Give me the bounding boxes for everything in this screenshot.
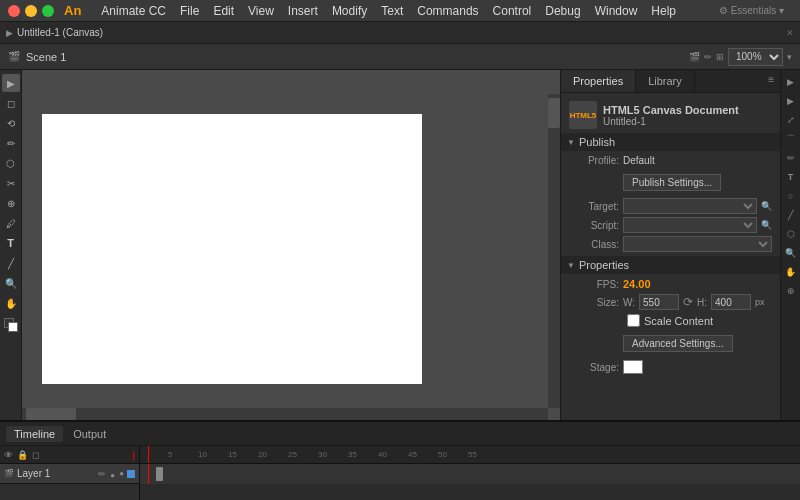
lasso-tool-r[interactable]: ⌒ [783,131,799,147]
doc-info-row: HTML5 HTML5 Canvas Document Untitled-1 [569,101,772,129]
menu-file[interactable]: File [174,2,205,20]
brush-tool[interactable]: 🖊 [2,214,20,232]
close-button[interactable] [8,5,20,17]
publish-content: Profile: Default Publish Settings... Tar… [569,155,772,252]
transform-tool-r[interactable]: ⤢ [783,112,799,128]
subselect-tool[interactable]: ◻ [2,94,20,112]
zoom-arrow[interactable]: ▾ [787,52,792,62]
clip-tool[interactable]: 🎬 [689,52,700,62]
timeline-layers: 👁 🔒 ◻ | 🎬 Layer 1 ✏ ● ● [0,446,140,500]
advanced-btn-row: Advanced Settings... [623,331,772,356]
color-tools [2,316,20,334]
timeline-tab[interactable]: Timeline [6,426,63,442]
fps-value[interactable]: 24.00 [623,278,651,290]
scale-content-checkbox[interactable] [627,314,640,327]
menu-commands[interactable]: Commands [411,2,484,20]
paint-tool[interactable]: ⬡ [2,154,20,172]
size-label: Size: [569,297,619,308]
menu-control[interactable]: Control [487,2,538,20]
doc-tab[interactable]: Untitled-1 (Canvas) [17,27,103,38]
close-tab-icon[interactable]: ✕ [786,28,794,38]
target-search-icon[interactable]: 🔍 [761,201,772,211]
brush-tool-r[interactable]: ╱ [783,207,799,223]
output-tab[interactable]: Output [65,426,114,442]
zoom-select[interactable]: 100% 50% 200% [728,48,783,66]
frame-content[interactable] [140,464,800,484]
section-properties-header[interactable]: ▼ Properties [561,256,780,274]
timeline-frames[interactable]: 5 10 15 20 25 30 35 40 45 50 55 [140,446,800,500]
lock-icon[interactable]: 🔒 [17,450,28,460]
menu-edit[interactable]: Edit [207,2,240,20]
menu-modify[interactable]: Modify [326,2,373,20]
camera-tool[interactable]: ⊕ [2,194,20,212]
panel-collapse[interactable]: ≡ [762,70,780,92]
pencil-layer[interactable]: ✏ [98,469,106,479]
advanced-settings-button[interactable]: Advanced Settings... [623,335,733,352]
zoom-r[interactable]: ⊕ [783,283,799,299]
eyedropper-r[interactable]: 🔍 [783,245,799,261]
horizontal-scrollbar[interactable] [22,408,548,420]
select-tool[interactable]: ▶ [2,74,20,92]
main-area: ▶ ◻ ⟲ ✏ ⬡ ✂ ⊕ 🖊 T ╱ 🔍 ✋ Properties Libra… [0,70,800,420]
stage-color-swatch[interactable] [623,360,643,374]
menu-animate[interactable]: Animate CC [95,2,172,20]
doc-info: HTML5 Canvas Document Untitled-1 [603,104,739,127]
target-select[interactable] [623,198,757,214]
layer-name: Layer 1 [17,468,95,479]
minimize-button[interactable] [25,5,37,17]
menu-help[interactable]: Help [645,2,682,20]
transform-tool[interactable]: ⟲ [2,114,20,132]
menu-window[interactable]: Window [589,2,644,20]
height-input[interactable] [711,294,751,310]
menu-debug[interactable]: Debug [539,2,586,20]
eye-layer[interactable]: ● [110,468,115,480]
ruler-40: 40 [378,450,387,459]
hand-tool[interactable]: ✋ [2,294,20,312]
section-publish-header[interactable]: ▼ Publish [561,133,780,151]
select-tool-r[interactable]: ▶ [783,74,799,90]
grid-tool[interactable]: ⊞ [716,52,724,62]
playhead[interactable] [148,446,149,463]
doc-name: Untitled-1 [603,116,739,127]
maximize-button[interactable] [42,5,54,17]
eyedropper-tool[interactable]: 🔍 [2,274,20,292]
paint-bucket-r[interactable]: ⬡ [783,226,799,242]
stage-canvas[interactable] [42,114,422,384]
script-select[interactable] [623,217,757,233]
keyframe-cell[interactable] [156,467,163,481]
fill-color[interactable] [8,322,18,332]
outline-icon[interactable]: ◻ [32,450,39,460]
width-input[interactable] [639,294,679,310]
workspace-settings[interactable]: ⚙ Essentials ▾ [719,5,784,16]
text-tool-r[interactable]: T [783,169,799,185]
canvas-container[interactable] [22,94,548,408]
menu-text[interactable]: Text [375,2,409,20]
line-tool[interactable]: ╱ [2,254,20,272]
tab-properties[interactable]: Properties [561,70,636,92]
script-row: Script: 🔍 [569,217,772,233]
pencil-tool[interactable]: ✏ [2,134,20,152]
hand-r[interactable]: ✋ [783,264,799,280]
circle-tool-r[interactable]: ○ [783,188,799,204]
layer-row[interactable]: 🎬 Layer 1 ✏ ● ● [0,464,139,484]
eye-icon[interactable]: 👁 [4,450,13,460]
class-select[interactable] [623,236,772,252]
menu-insert[interactable]: Insert [282,2,324,20]
profile-label: Profile: [569,155,619,166]
pencil-tool-r[interactable]: ✏ [783,150,799,166]
vertical-scrollbar[interactable] [548,94,560,408]
width-label: W: [623,297,635,308]
text-tool[interactable]: T [2,234,20,252]
lock-layer[interactable]: ● [119,469,124,478]
tab-library[interactable]: Library [636,70,695,92]
doc-type: HTML5 Canvas Document [603,104,739,116]
px-label: px [755,297,765,307]
scissors-tool[interactable]: ✂ [2,174,20,192]
publish-settings-button[interactable]: Publish Settings... [623,174,721,191]
script-search-icon[interactable]: 🔍 [761,220,772,230]
subselect-tool-r[interactable]: ▶ [783,93,799,109]
link-icon[interactable]: ⟳ [683,295,693,309]
doc-icon: HTML5 [569,101,597,129]
menu-view[interactable]: View [242,2,280,20]
pencil-tool[interactable]: ✏ [704,52,712,62]
